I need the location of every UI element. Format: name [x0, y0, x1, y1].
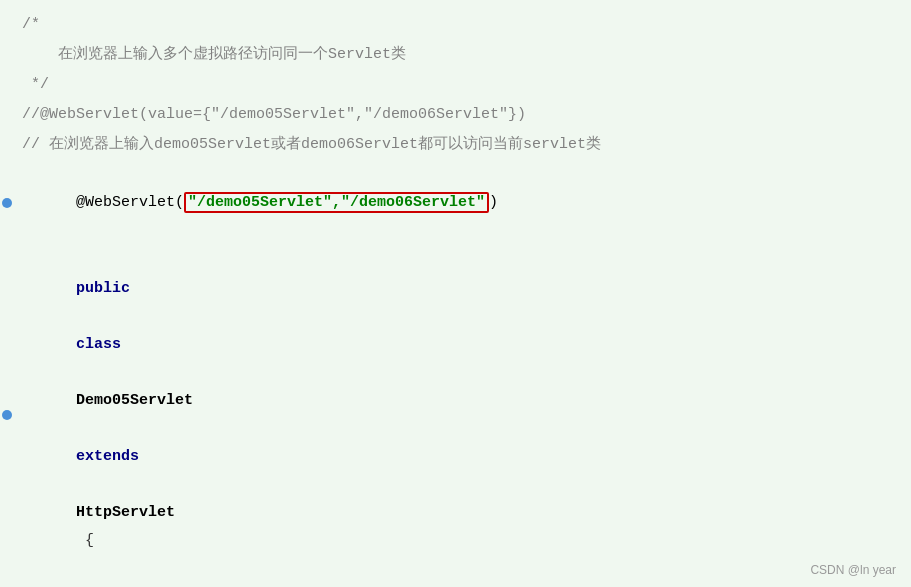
line-content-annotation: @WebServlet("/demo05Servlet","​/demo06Se…	[14, 161, 911, 245]
space	[76, 420, 85, 437]
line-content: */	[14, 71, 911, 99]
keyword-extends: extends	[76, 448, 139, 465]
brace-open: {	[76, 532, 94, 549]
keyword-public: public	[76, 280, 130, 297]
line-gutter	[0, 410, 14, 420]
code-line: //@WebServlet(value={"/demo05Servlet","/…	[0, 100, 911, 130]
code-line: */	[0, 70, 911, 100]
string-value: "/demo05Servlet","​/demo06Servlet"	[188, 194, 485, 211]
space	[76, 308, 85, 325]
line-content: // 在浏览器上输入demo05Servlet或者demo06Servlet都可…	[14, 131, 911, 159]
code-line-class-decl: public class Demo05Servlet extends HttpS…	[0, 246, 911, 584]
parent-class: HttpServlet	[76, 504, 175, 521]
code-line-annotation: @WebServlet("/demo05Servlet","​/demo06Se…	[0, 160, 911, 246]
annotation-close: )	[489, 194, 498, 211]
code-line: 在浏览器上输入多个虚拟路径访问同一个Servlet类	[0, 40, 911, 70]
keyword-class: class	[76, 336, 121, 353]
code-line: // 在浏览器上输入demo05Servlet或者demo06Servlet都可…	[0, 130, 911, 160]
code-editor: /* 在浏览器上输入多个虚拟路径访问同一个Servlet类 */ //@WebS…	[0, 0, 911, 587]
code-line: /*	[0, 10, 911, 40]
line-content: /*	[14, 11, 911, 39]
annotation-text: @WebServlet(	[76, 194, 184, 211]
space	[76, 364, 85, 381]
gutter-dot-icon	[2, 410, 12, 420]
line-gutter	[0, 198, 14, 208]
gutter-dot-icon	[2, 198, 12, 208]
line-content-class: public class Demo05Servlet extends HttpS…	[14, 247, 911, 583]
watermark: CSDN @ln year	[810, 563, 896, 577]
line-content: //@WebServlet(value={"/demo05Servlet","/…	[14, 101, 911, 129]
space	[76, 476, 85, 493]
line-content: 在浏览器上输入多个虚拟路径访问同一个Servlet类	[14, 41, 911, 69]
annotation-value-box: "/demo05Servlet","​/demo06Servlet"	[184, 192, 489, 213]
class-name: Demo05Servlet	[76, 392, 193, 409]
